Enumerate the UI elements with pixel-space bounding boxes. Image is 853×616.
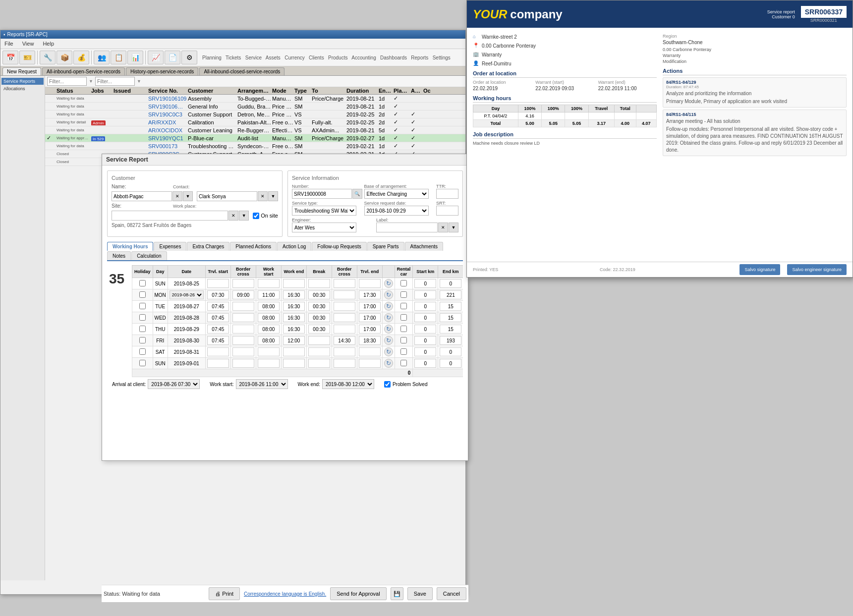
trvl-end-sun-25[interactable] [359,279,381,288]
start-km-sun-25[interactable] [414,279,436,288]
work-end-wed-28[interactable] [283,313,305,322]
print-btn[interactable]: 🖨 Print [209,587,240,600]
rental-sun-25[interactable] [400,280,407,286]
checkbox-sun-25[interactable] [139,280,146,286]
arrival-client-select[interactable]: 2019-08-26 07:30 [148,379,200,389]
work-end-thu-29[interactable] [283,325,305,334]
work-start-sum-select[interactable]: 2019-08-26 11:00 [236,379,288,389]
trvl-start-wed-28[interactable] [207,313,229,322]
end-km-fri-30[interactable] [440,336,461,345]
tab-action-log[interactable]: Action Log [277,242,311,251]
border1-fri-30[interactable] [232,336,254,345]
border2-thu-29[interactable] [334,325,355,334]
trvl-start-fri-30[interactable] [207,336,229,345]
tab-new-request[interactable]: New Request [2,67,41,75]
tab-attachments[interactable]: Attachments [405,242,444,251]
base-arrangement-select[interactable]: Effective Charging Free of Charge Manual… [364,189,429,199]
site-input[interactable] [112,211,228,221]
border2-sat-31[interactable] [334,347,355,356]
tab-inbound-closed[interactable]: All-inbound-closed-service-records [199,67,284,75]
trvl-end-thu-29[interactable] [359,325,381,334]
rental-sun-sep1[interactable] [400,360,407,366]
send-approval-btn[interactable]: Send for Approval [330,587,386,600]
toolbar-settings[interactable]: ⚙ [181,51,197,64]
rental-fri-30[interactable] [400,337,407,343]
trvl-end-fri-30[interactable] [359,336,381,345]
border1-sat-31[interactable] [232,347,254,356]
rental-tue-27[interactable] [400,303,407,309]
sr-number-input[interactable] [292,189,352,199]
refresh-btn-sat-31[interactable]: ↻ [384,347,393,356]
label-clear-btn[interactable]: ✕ [438,223,448,232]
start-km-mon-26[interactable] [414,290,436,299]
trvl-start-thu-29[interactable] [207,325,229,334]
trvl-start-sun-25[interactable] [207,279,229,288]
end-km-sun-sep1[interactable] [440,359,461,368]
work-end-mon-26[interactable] [283,290,305,299]
border1-sun-sep1[interactable] [232,359,254,368]
end-km-wed-28[interactable] [440,313,461,322]
work-end-sun-25[interactable] [283,279,305,288]
sidebar-item-allocations[interactable]: Allocations [1,85,44,92]
border2-wed-28[interactable] [334,313,355,322]
tab-spare-parts[interactable]: Spare Parts [367,242,404,251]
filter-input-service[interactable] [95,77,135,86]
start-km-thu-29[interactable] [414,325,436,334]
filter-input-status[interactable] [47,77,87,86]
trvl-start-sun-sep1[interactable] [207,359,229,368]
border1-sun-25[interactable] [232,279,254,288]
work-start-wed-28[interactable] [258,313,280,322]
checkbox-sun-sep1[interactable] [139,360,146,366]
start-km-tue-27[interactable] [414,302,436,311]
site-clear-btn[interactable]: ✕ [228,211,238,221]
work-end-fri-30[interactable] [283,336,305,345]
checkbox-fri-30[interactable] [139,337,146,343]
trvl-end-wed-28[interactable] [359,313,381,322]
work-end-sat-31[interactable] [283,347,305,356]
toolbar-reports[interactable]: 📄 [165,51,180,64]
rental-mon-26[interactable] [400,291,407,298]
engineer-select[interactable]: Ater Wes [292,223,356,232]
start-km-sat-31[interactable] [414,347,436,356]
tab-calculation[interactable]: Calculation [131,251,167,260]
toolbar-tickets[interactable]: 🎫 [19,51,35,64]
customer-name-input[interactable] [112,191,172,201]
end-km-mon-26[interactable] [440,290,461,299]
save-label-btn[interactable]: Save [407,587,433,600]
trvl-start-mon-26[interactable] [207,290,229,299]
sidebar-item-service-reports[interactable]: Service Reports [1,78,44,85]
trvl-start-tue-27[interactable] [207,302,229,311]
list-row[interactable]: Waiting for data SRV190106109 Assembly T… [45,95,465,103]
tab-follow-up-requests[interactable]: Follow-up Requests [312,242,366,251]
problem-solved-checkbox[interactable] [384,381,391,388]
srt-input[interactable] [436,206,458,216]
service-type-select[interactable]: Troubleshooting SW Mal... Customer Suppo… [292,206,356,216]
toolbar-currency[interactable]: 💰 [73,51,89,64]
work-end-sum-select[interactable]: 2019-08-30 12:00 [322,379,374,389]
tab-expenses[interactable]: Expenses [154,242,186,251]
work-end-sun-sep1[interactable] [283,359,305,368]
label-input[interactable] [376,223,438,232]
border2-mon-26[interactable] [334,290,355,299]
list-row[interactable]: Waiting for data SRV190C0C3 Customer Sup… [45,111,465,118]
contact-clear-btn[interactable]: ✕ [258,191,268,201]
work-start-thu-29[interactable] [258,325,280,334]
break-sat-31[interactable] [308,347,330,356]
rental-wed-28[interactable] [400,314,407,321]
tab-working-hours[interactable]: Working Hours [107,242,153,251]
site-dropdown-btn[interactable]: ▼ [239,211,249,221]
trvl-end-sun-sep1[interactable] [359,359,381,368]
border2-sun-sep1[interactable] [334,359,355,368]
break-sun-25[interactable] [308,279,330,288]
tab-history-open[interactable]: History-open-service-records [126,67,198,75]
work-end-tue-27[interactable] [283,302,305,311]
list-row[interactable]: Waiting for detail Admin AR/RXXDX Calibr… [45,118,465,126]
checkbox-mon-26[interactable] [139,291,146,298]
work-start-sun-sep1[interactable] [258,359,280,368]
refresh-btn-fri-30[interactable]: ↻ [384,336,393,345]
signature-engineer-btn[interactable]: Salvo engineer signature [787,264,847,275]
work-start-fri-30[interactable] [258,336,280,345]
list-row[interactable]: Waiting for data SRV190106CTA General In… [45,103,465,111]
toolbar-accounting[interactable]: 📊 [127,51,143,64]
break-thu-29[interactable] [308,325,330,334]
